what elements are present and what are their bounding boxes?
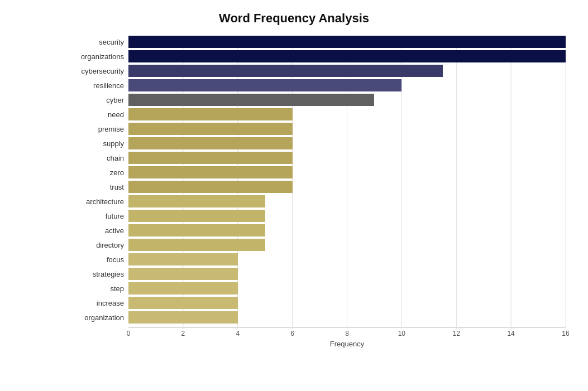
bar <box>128 224 265 236</box>
bar <box>128 166 293 178</box>
bar <box>128 239 265 251</box>
bar <box>128 253 238 266</box>
x-tick: 14 <box>507 330 514 337</box>
bar-label: chain <box>67 152 128 164</box>
bar-label: step <box>67 282 128 295</box>
bar-row <box>128 137 566 149</box>
bar-label: resilience <box>67 79 128 91</box>
x-tick: 10 <box>398 330 405 337</box>
bar-label: need <box>67 108 128 120</box>
bar-label: cybersecurity <box>67 65 128 77</box>
chart-title: Word Frequency Analysis <box>22 11 566 26</box>
y-axis-labels: securityorganizationscybersecurityresili… <box>67 36 128 370</box>
bar-row <box>128 210 566 222</box>
x-tick: 12 <box>453 330 460 337</box>
bar-row <box>128 50 566 62</box>
bar <box>128 65 443 77</box>
bar-label: architecture <box>67 195 128 207</box>
chart-container: Word Frequency Analysis securityorganiza… <box>0 0 588 391</box>
bar <box>128 50 566 62</box>
bar-label: premise <box>67 123 128 135</box>
x-ticks: 0246810121416 <box>128 327 566 339</box>
bar-row <box>128 311 566 324</box>
bar-label: focus <box>67 253 128 266</box>
bar-label: zero <box>67 166 128 178</box>
bar-label: cyber <box>67 94 128 106</box>
bar <box>128 195 265 207</box>
bars-area: 0246810121416 Frequency <box>128 36 566 370</box>
bar-row <box>128 79 566 91</box>
bar-row <box>128 268 566 280</box>
bar-row <box>128 282 566 295</box>
bar-row <box>128 297 566 309</box>
x-tick: 16 <box>562 330 569 337</box>
bar-label: trust <box>67 181 128 193</box>
bar-row <box>128 152 566 164</box>
bar <box>128 36 566 48</box>
bar <box>128 268 238 280</box>
bar-row <box>128 65 566 77</box>
bar <box>128 79 401 91</box>
bar <box>128 152 293 164</box>
bar-row <box>128 253 566 266</box>
bar-row <box>128 36 566 48</box>
bar-label: active <box>67 224 128 236</box>
x-axis-label: Frequency <box>128 340 566 348</box>
bar <box>128 297 238 309</box>
bar-label: security <box>67 36 128 48</box>
bar-label: strategies <box>67 268 128 280</box>
bar-row <box>128 123 566 135</box>
bar-row <box>128 195 566 207</box>
bar <box>128 137 293 149</box>
x-tick: 0 <box>127 330 131 337</box>
bar-label: organization <box>67 311 128 324</box>
bar <box>128 108 293 120</box>
bar <box>128 210 265 222</box>
bar-row <box>128 94 566 106</box>
bar-label: increase <box>67 297 128 309</box>
bar <box>128 311 238 324</box>
bar-label: supply <box>67 137 128 149</box>
bar-label: organizations <box>67 50 128 62</box>
bar-row <box>128 181 566 193</box>
bar <box>128 181 293 193</box>
bar-row <box>128 166 566 178</box>
bar-row <box>128 108 566 120</box>
bar-row <box>128 239 566 251</box>
x-tick: 2 <box>181 330 185 337</box>
bar-label: directory <box>67 239 128 251</box>
bar <box>128 123 293 135</box>
x-tick: 8 <box>345 330 349 337</box>
bar <box>128 94 374 106</box>
x-tick: 4 <box>236 330 240 337</box>
x-axis: 0246810121416 Frequency <box>128 327 566 348</box>
x-tick: 6 <box>290 330 294 337</box>
bar-row <box>128 224 566 236</box>
bar-label: future <box>67 210 128 222</box>
bar <box>128 282 238 295</box>
